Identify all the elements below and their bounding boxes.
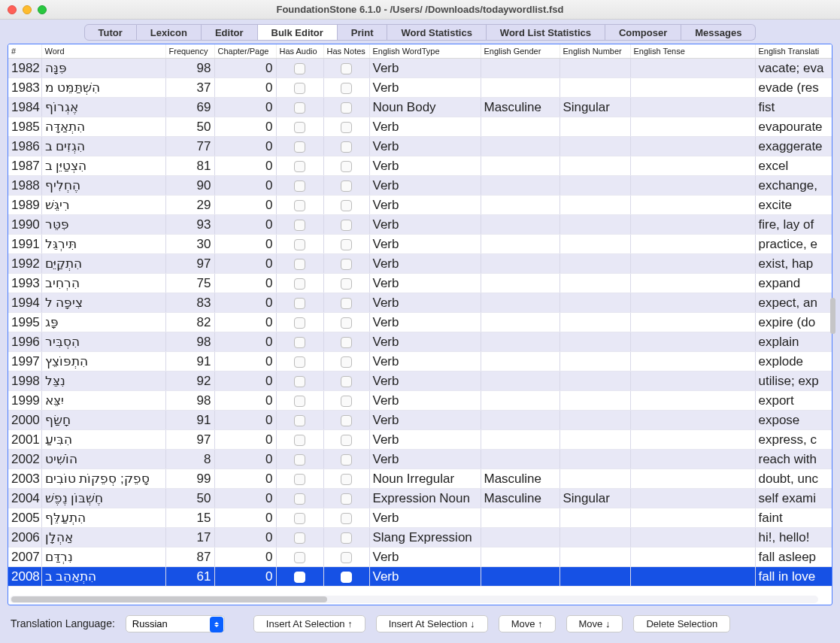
cell-tense[interactable]	[630, 58, 755, 77]
cell-has-notes[interactable]	[323, 351, 369, 371]
cell-wordtype[interactable]: Verb	[369, 351, 481, 371]
move-down-button[interactable]: Move ↓	[566, 615, 623, 632]
cell-tense[interactable]	[630, 195, 755, 214]
cell-gender[interactable]	[481, 410, 559, 429]
cell-eng-number[interactable]	[559, 312, 630, 332]
table-row[interactable]: 2001הִבִּיעַ970Verbexpress, c	[8, 429, 832, 449]
cell-gender[interactable]	[481, 253, 559, 273]
cell-has-notes[interactable]	[323, 293, 369, 312]
table-row[interactable]: 1990פִּטֵּר930Verbfire, lay of	[8, 214, 832, 234]
word-table[interactable]: # Word Frequency Chapter/Page Has Audio …	[8, 44, 832, 587]
col-translation[interactable]: English Translati	[755, 44, 832, 58]
checkbox-icon[interactable]	[294, 259, 305, 270]
cell-wordtype[interactable]: Verb	[369, 195, 481, 214]
checkbox-icon[interactable]	[294, 63, 305, 74]
cell-chapter[interactable]: 0	[214, 527, 276, 547]
cell-gender[interactable]: Masculine	[481, 488, 559, 508]
cell-has-audio[interactable]	[276, 566, 323, 586]
cell-chapter[interactable]: 0	[214, 312, 276, 332]
cell-has-audio[interactable]	[276, 195, 323, 214]
cell-has-audio[interactable]	[276, 351, 323, 371]
cell-number[interactable]: 1999	[8, 390, 41, 410]
col-word[interactable]: Word	[41, 44, 165, 58]
cell-chapter[interactable]: 0	[214, 449, 276, 469]
tab-lexicon[interactable]: Lexicon	[137, 24, 202, 41]
table-row[interactable]: 1999יִצֵּא980Verbexport	[8, 390, 832, 410]
cell-eng-number[interactable]	[559, 195, 630, 214]
checkbox-icon[interactable]	[341, 532, 352, 544]
cell-eng-number[interactable]	[559, 332, 630, 351]
cell-word[interactable]: צִיפָּה ל	[41, 293, 165, 312]
checkbox-icon[interactable]	[294, 298, 305, 309]
cell-translation[interactable]: fall asleep	[755, 547, 832, 566]
tab-word-statistics[interactable]: Word Statistics	[387, 24, 486, 41]
checkbox-icon[interactable]	[294, 454, 305, 466]
cell-number[interactable]: 1993	[8, 273, 41, 293]
cell-gender[interactable]	[481, 332, 559, 351]
cell-word[interactable]: חֶשְׁבּוֹן נֶפֶשׁ	[41, 488, 165, 508]
checkbox-icon[interactable]	[341, 356, 352, 368]
cell-word[interactable]: הִתְאַדָּה	[41, 117, 165, 136]
cell-has-notes[interactable]	[323, 508, 369, 527]
cell-eng-number[interactable]	[559, 351, 630, 371]
checkbox-icon[interactable]	[294, 141, 305, 153]
cell-gender[interactable]	[481, 175, 559, 195]
cell-number[interactable]: 1989	[8, 195, 41, 214]
cell-translation[interactable]: reach with	[755, 449, 832, 469]
table-row[interactable]: 1982פִּנָּה980Verbvacate; eva	[8, 58, 832, 77]
cell-wordtype[interactable]: Verb	[369, 371, 481, 390]
checkbox-icon[interactable]	[294, 317, 305, 329]
cell-wordtype[interactable]: Slang Expression	[369, 527, 481, 547]
cell-translation[interactable]: expand	[755, 273, 832, 293]
cell-wordtype[interactable]: Verb	[369, 117, 481, 136]
cell-wordtype[interactable]: Verb	[369, 332, 481, 351]
checkbox-icon[interactable]	[341, 317, 352, 329]
cell-word[interactable]: הִגְזִים ב	[41, 136, 165, 156]
cell-eng-number[interactable]	[559, 410, 630, 429]
tab-print[interactable]: Print	[338, 24, 388, 41]
cell-frequency[interactable]: 91	[165, 351, 214, 371]
cell-frequency[interactable]: 81	[165, 156, 214, 175]
checkbox-icon[interactable]	[294, 376, 305, 387]
checkbox-icon[interactable]	[341, 552, 352, 563]
cell-word[interactable]: הִרְחִיב	[41, 273, 165, 293]
cell-number[interactable]: 1987	[8, 156, 41, 175]
cell-frequency[interactable]: 93	[165, 214, 214, 234]
cell-gender[interactable]	[481, 429, 559, 449]
cell-translation[interactable]: self exami	[755, 488, 832, 508]
table-row[interactable]: 2000חָשַׂף910Verbexpose	[8, 410, 832, 429]
cell-wordtype[interactable]: Verb	[369, 390, 481, 410]
cell-chapter[interactable]: 0	[214, 77, 276, 97]
cell-has-notes[interactable]	[323, 410, 369, 429]
cell-has-notes[interactable]	[323, 332, 369, 351]
cell-frequency[interactable]: 77	[165, 136, 214, 156]
table-row[interactable]: 1985הִתְאַדָּה500Verbevapourate	[8, 117, 832, 136]
cell-wordtype[interactable]: Verb	[369, 253, 481, 273]
cell-number[interactable]: 1986	[8, 136, 41, 156]
cell-translation[interactable]: fall in love	[755, 566, 832, 586]
checkbox-icon[interactable]	[294, 337, 305, 348]
table-row[interactable]: 1994צִיפָּה ל830Verbexpect, an	[8, 293, 832, 312]
cell-has-notes[interactable]	[323, 136, 369, 156]
cell-tense[interactable]	[630, 390, 755, 410]
cell-number[interactable]: 1991	[8, 234, 41, 253]
cell-frequency[interactable]: 90	[165, 175, 214, 195]
cell-has-audio[interactable]	[276, 97, 323, 117]
cell-word[interactable]: פִּנָּה	[41, 58, 165, 77]
cell-has-audio[interactable]	[276, 488, 323, 508]
cell-wordtype[interactable]: Verb	[369, 136, 481, 156]
table-row[interactable]: 1989רִיגֵּשׁ290Verbexcite	[8, 195, 832, 214]
cell-number[interactable]: 1983	[8, 77, 41, 97]
cell-number[interactable]: 1985	[8, 117, 41, 136]
cell-wordtype[interactable]: Verb	[369, 547, 481, 566]
cell-frequency[interactable]: 30	[165, 234, 214, 253]
checkbox-icon[interactable]	[341, 493, 352, 505]
checkbox-icon[interactable]	[341, 337, 352, 348]
cell-eng-number[interactable]	[559, 77, 630, 97]
cell-number[interactable]: 1995	[8, 312, 41, 332]
checkbox-icon[interactable]	[341, 141, 352, 153]
checkbox-icon[interactable]	[294, 572, 305, 583]
cell-number[interactable]: 1994	[8, 293, 41, 312]
checkbox-icon[interactable]	[341, 259, 352, 270]
cell-frequency[interactable]: 98	[165, 390, 214, 410]
